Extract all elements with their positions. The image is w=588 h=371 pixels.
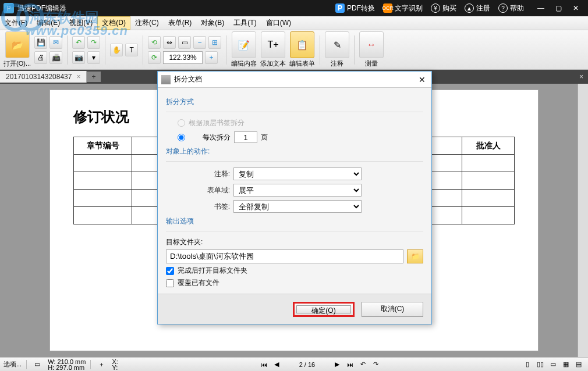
fit-page-button[interactable]: ▭ [178,36,191,49]
last-page-button[interactable]: ⏭ [344,359,356,370]
save-button[interactable]: 💾 [34,36,47,49]
first-page-button[interactable]: ⏮ [258,359,270,370]
buy-button[interactable]: ¥购买 [431,3,456,13]
prev-page-button[interactable]: ◀ [271,359,282,370]
label-form: 表单域: [195,186,230,195]
open-folder-after-checkbox[interactable] [166,267,174,275]
measure-button[interactable]: ↔ [359,31,384,58]
menu-object[interactable]: 对象(B) [196,16,229,30]
document-tab[interactable]: 20170103143208437 × [0,71,87,83]
separator [105,35,105,65]
ocr-icon: OCR [383,3,392,13]
fit-width-button[interactable]: ⇔ [163,36,176,49]
edit-content-button[interactable]: 📝 [232,31,256,58]
annotation-action-select[interactable]: 复制 [233,167,362,180]
cursor-pos-icon: + [95,359,107,370]
page-indicator[interactable]: 2 / 16 [284,361,330,368]
split-document-dialog: 拆分文档 ✕ 拆分方式 根据顶层书签拆分 每次拆分 页 对象上的动作: 注释: … [157,71,432,324]
menu-view[interactable]: 视图(V) [65,16,97,30]
section-split-method: 拆分方式 [166,97,423,107]
tab-close-icon[interactable]: × [76,73,80,81]
layout-thumbs-button[interactable]: ▤ [573,359,585,370]
toolbar: 📂 打开(O)... 💾 ✉ 🖨 📠 ↶ ↷ 📷 ▾ ✋ T ⟲ [0,30,588,70]
hand-tool-button[interactable]: ✋ [110,44,123,56]
layout-continuous-button[interactable]: ▯▯ [534,359,546,370]
new-tab-button[interactable]: + [87,72,100,82]
zoom-input[interactable] [163,51,203,64]
pages-per-split-input[interactable] [234,131,257,143]
layout-facing-button[interactable]: ▭ [547,359,559,370]
separator [320,35,320,65]
add-text-button[interactable]: T+ [261,31,285,58]
status-bar: 选项... ▭ W: 210.0 mm H: 297.0 mm + X: Y: … [0,357,588,371]
tab-label: 20170103143208437 [6,73,72,81]
pdf-convert-button[interactable]: PPDF转换 [335,3,375,13]
zoom-in-button[interactable]: + [205,51,218,64]
separator [67,35,68,65]
rotate-right-button[interactable]: ⟳ [148,51,161,64]
email-button[interactable]: ✉ [49,36,62,49]
user-icon: ▲ [465,3,474,13]
register-button[interactable]: ▲注册 [465,3,490,13]
cancel-button[interactable]: 取消(C) [362,302,423,317]
separator [226,35,226,65]
help-icon: ? [498,3,508,13]
radio-by-pages[interactable] [178,134,185,141]
edit-form-button[interactable]: 📋 [290,31,314,58]
dialog-titlebar[interactable]: 拆分文档 ✕ [158,72,431,88]
title-bar: P 迅捷PDF编辑器 PPDF转换 OCR文字识别 ¥购买 ▲注册 ?帮助 — … [0,0,588,16]
layout-grid-button[interactable]: ▦ [560,359,572,370]
dialog-icon [161,75,171,84]
bookmark-action-select[interactable]: 全部复制 [233,200,362,213]
form-action-select[interactable]: 展平 [233,184,362,197]
help-button[interactable]: ?帮助 [498,3,524,13]
next-page-button[interactable]: ▶ [331,359,343,370]
app-icon: P [3,3,14,13]
print-button[interactable]: 🖨 [34,51,47,64]
label-target-folder: 目标文件夹: [166,237,423,247]
menu-tools[interactable]: 工具(T) [229,16,261,30]
options-button[interactable]: 选项... [3,360,22,369]
dropdown-button[interactable]: ▾ [87,51,100,64]
label-annotation: 注释: [195,169,230,179]
menu-annotate[interactable]: 注释(C) [130,16,164,30]
minimize-button[interactable]: — [532,2,550,15]
scan-button[interactable]: 📠 [49,51,62,64]
menu-edit[interactable]: 编辑(E) [32,16,65,30]
overwrite-checkbox[interactable] [166,279,174,287]
close-button[interactable]: ✕ [567,2,585,15]
maximize-button[interactable]: ▢ [550,2,567,15]
snapshot-button[interactable]: 📷 [72,51,85,64]
vertical-scrollbar[interactable] [578,84,588,357]
menu-form[interactable]: 表单(R) [164,16,197,30]
radio-by-bookmark [178,119,185,127]
close-all-tabs-button[interactable]: × [575,72,588,82]
zoom-marquee-button[interactable]: ⊞ [208,36,221,49]
ok-button-highlight: 确定(O) [293,302,355,317]
page-size-icon: ▭ [31,359,43,370]
separator [354,35,355,65]
browse-folder-button[interactable]: 📁 [407,249,423,263]
annotate-button[interactable]: ✎ [325,31,349,58]
section-object-actions: 对象上的动作: [166,147,423,156]
table-header: 批准人 [462,137,515,155]
dialog-title: 拆分文档 [174,74,202,84]
redo-button[interactable]: ↷ [87,36,100,49]
nav-forward-button[interactable]: ↷ [370,359,381,370]
rotate-left-button[interactable]: ⟲ [148,36,161,49]
menu-file[interactable]: 文件(F) [0,16,32,30]
dialog-close-button[interactable]: ✕ [416,75,428,84]
open-button[interactable]: 📂 [5,31,30,58]
pdf-convert-icon: P [335,3,345,13]
nav-back-button[interactable]: ↶ [357,359,369,370]
ocr-button[interactable]: OCR文字识别 [383,3,423,13]
undo-button[interactable]: ↶ [72,36,85,49]
zoom-out-button[interactable]: − [193,36,206,49]
target-folder-input[interactable] [166,249,403,263]
layout-single-button[interactable]: ▯ [522,359,533,370]
menu-bar: 文件(F) 编辑(E) 视图(V) 文档(D) 注释(C) 表单(R) 对象(B… [0,16,588,30]
menu-window[interactable]: 窗口(W) [261,16,296,30]
text-select-button[interactable]: T [125,44,138,56]
ok-button[interactable]: 确定(O) [296,305,351,313]
menu-document[interactable]: 文档(D) [97,16,130,30]
